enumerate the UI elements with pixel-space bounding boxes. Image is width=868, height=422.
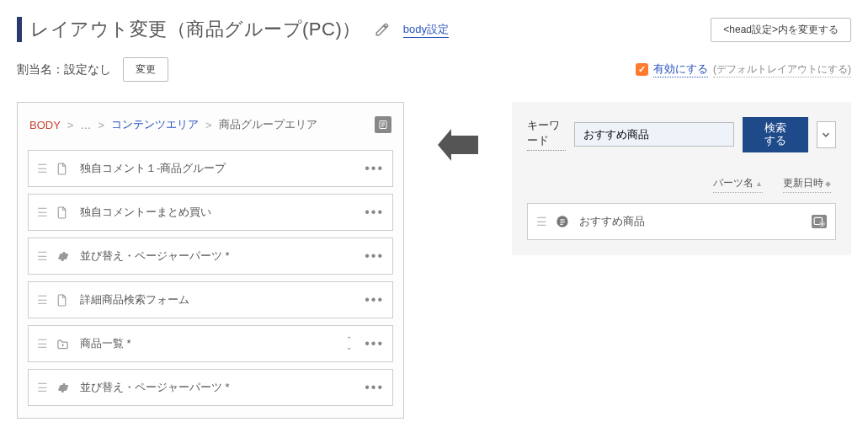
page-icon	[56, 294, 72, 307]
part-item[interactable]: ☰並び替え・ページャーパーツ *•••	[28, 369, 393, 406]
head-edit-button[interactable]: <head設定>内を変更する	[711, 18, 851, 42]
gear-icon	[556, 215, 571, 228]
default-layout-link[interactable]: (デフォルトレイアウトにする)	[713, 62, 851, 77]
layout-panel: BODY > … > コンテンツエリア > 商品グループエリア ☰独自コメント１…	[17, 102, 404, 419]
keyword-label: キーワード	[527, 118, 566, 151]
svg-rect-7	[560, 224, 562, 225]
part-item-label: 独自コメント１-商品グループ	[80, 161, 356, 176]
svg-rect-6	[560, 222, 564, 222]
arrow-left-icon	[438, 102, 478, 154]
sort-parts-name[interactable]: パーツ名▲	[713, 176, 763, 193]
more-icon[interactable]: •••	[365, 161, 384, 176]
drag-handle-icon[interactable]: ☰	[37, 381, 48, 394]
gear-icon	[56, 250, 72, 263]
page-title: レイアウト変更（商品グループ(PC)）	[17, 17, 361, 42]
part-item[interactable]: ☰並び替え・ページャーパーツ *•••	[28, 238, 393, 275]
part-item[interactable]: ☰独自コメントーまとめ買い•••	[28, 194, 393, 231]
more-icon[interactable]: •••	[365, 336, 384, 351]
part-item-label: 詳細商品検索フォーム	[80, 292, 356, 307]
more-icon[interactable]: •••	[365, 248, 384, 264]
result-item[interactable]: ☰おすすめ商品	[527, 203, 836, 240]
assign-label: 割当名：設定なし	[17, 62, 111, 77]
drag-handle-icon[interactable]: ☰	[37, 293, 48, 307]
part-item-label: 並び替え・ページャーパーツ *	[80, 380, 356, 395]
search-input[interactable]	[574, 122, 734, 147]
part-item-label: 並び替え・ページャーパーツ *	[80, 248, 356, 264]
reorder-arrows[interactable]: ⌃⌄	[346, 336, 353, 351]
part-item-label: 商品一覧 *	[80, 336, 338, 351]
part-item[interactable]: ☰独自コメント１-商品グループ•••	[28, 150, 393, 187]
more-icon[interactable]: •••	[365, 205, 384, 220]
edit-icon[interactable]	[375, 22, 390, 37]
add-icon[interactable]	[812, 215, 827, 228]
part-item[interactable]: ☰商品一覧 *⌃⌄•••	[28, 325, 393, 362]
drag-handle-icon[interactable]: ☰	[536, 215, 547, 228]
page-icon	[56, 206, 72, 219]
search-panel: キーワード 検索する パーツ名▲ 更新日時◆ ☰おすすめ商品	[512, 102, 851, 255]
search-button[interactable]: 検索する	[743, 117, 807, 152]
breadcrumb: BODY > … > コンテンツエリア > 商品グループエリア	[28, 111, 393, 143]
change-button[interactable]: 変更	[123, 57, 168, 82]
breadcrumb-body[interactable]: BODY	[29, 119, 61, 131]
breadcrumb-content-area[interactable]: コンテンツエリア	[111, 117, 199, 132]
expand-toggle[interactable]	[817, 121, 836, 148]
folder-icon	[56, 339, 72, 350]
enable-link[interactable]: 有効にする	[653, 61, 708, 77]
drag-handle-icon[interactable]: ☰	[37, 162, 48, 175]
page-icon	[56, 163, 72, 175]
result-item-label: おすすめ商品	[579, 214, 803, 229]
more-icon[interactable]: •••	[365, 292, 384, 307]
part-item-label: 独自コメントーまとめ買い	[80, 205, 356, 220]
drag-handle-icon[interactable]: ☰	[37, 249, 48, 263]
breadcrumb-ellipsis[interactable]: …	[80, 119, 91, 131]
enable-checkbox[interactable]: ✓	[636, 63, 648, 76]
gear-icon	[56, 382, 72, 394]
svg-rect-5	[560, 219, 564, 220]
drag-handle-icon[interactable]: ☰	[37, 206, 48, 219]
drag-handle-icon[interactable]: ☰	[37, 337, 48, 350]
sort-updated[interactable]: 更新日時◆	[783, 176, 831, 193]
body-setting-link[interactable]: body設定	[403, 22, 449, 38]
document-icon[interactable]	[375, 116, 391, 133]
part-item[interactable]: ☰詳細商品検索フォーム•••	[28, 281, 393, 318]
breadcrumb-current: 商品グループエリア	[219, 117, 317, 132]
more-icon[interactable]: •••	[365, 380, 384, 395]
